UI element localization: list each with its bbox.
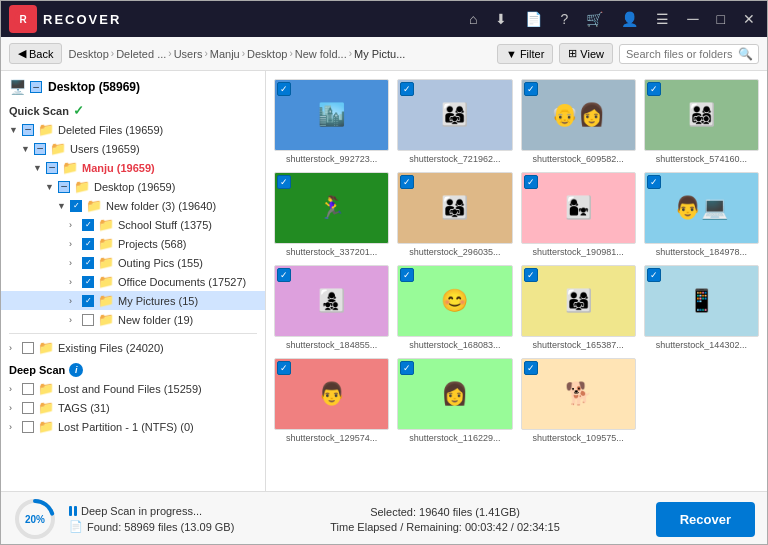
thumb-checkbox[interactable]: ✓ [524,361,538,375]
home-icon[interactable]: ⌂ [465,9,481,29]
thumbnail-item[interactable]: 👩 ✓ shutterstock_116229... [397,358,512,443]
thumbnail-item[interactable]: 👩‍👧 ✓ shutterstock_190981... [521,172,636,257]
thumbnail-item[interactable]: 😊 ✓ shutterstock_168083... [397,265,512,350]
tree-item-desktop[interactable]: ▼ ─ 📁 Desktop (19659) [1,177,265,196]
menu-icon[interactable]: ☰ [652,9,673,29]
recover-button[interactable]: Recover [656,502,755,537]
cb-school[interactable]: ✓ [82,219,94,231]
thumb-checkbox[interactable]: ✓ [647,82,661,96]
tree-item-projects[interactable]: › ✓ 📁 Projects (568) [1,234,265,253]
thumb-checkbox[interactable]: ✓ [400,361,414,375]
thumbnail-item[interactable]: 📱 ✓ shutterstock_144302... [644,265,759,350]
main-area: 🖥️ ─ Desktop (58969) Quick Scan ✓ ▼ ─ 📁 … [1,71,767,491]
thumb-checkbox[interactable]: ✓ [277,175,291,189]
cb-outing[interactable]: ✓ [82,257,94,269]
breadcrumb-item-deleted[interactable]: Deleted ... [116,48,166,60]
folder-icon: 📁 [38,400,54,415]
tree-item-new-folder[interactable]: › 📁 New folder (19) [1,310,265,329]
cb-my-pictures[interactable]: ✓ [82,295,94,307]
thumb-checkbox[interactable]: ✓ [647,268,661,282]
thumbnail-item[interactable]: 👨‍👩‍👧 ✓ shutterstock_296035... [397,172,512,257]
breadcrumb-current: My Pictu... [354,48,405,60]
tree-item-users[interactable]: ▼ ─ 📁 Users (19659) [1,139,265,158]
thumb-label: shutterstock_721962... [397,154,512,164]
close-icon[interactable]: ✕ [739,9,759,29]
view-button[interactable]: ⊞ View [559,43,613,64]
cb-lost-found[interactable] [22,383,34,395]
thumbnail-item[interactable]: 👨‍👩‍👧 ✓ shutterstock_721962... [397,79,512,164]
sidebar-root-checkbox[interactable]: ─ [30,81,42,93]
content-area: 🏙️ ✓ shutterstock_992723... 👨‍👩‍👧 ✓ shut… [266,71,767,491]
thumb-checkbox[interactable]: ✓ [277,361,291,375]
arrow-icon: ▼ [57,201,67,211]
breadcrumb-item-desktop2[interactable]: Desktop [247,48,287,60]
pause-icon[interactable] [69,506,77,516]
thumbnail-item[interactable]: 🏃‍♀️ ✓ shutterstock_337201... [274,172,389,257]
tree-item-school-stuff[interactable]: › ✓ 📁 School Stuff (1375) [1,215,265,234]
tree-item-office-docs[interactable]: › ✓ 📁 Office Documents (17527) [1,272,265,291]
cb-existing[interactable] [22,342,34,354]
cb-new-folder[interactable] [82,314,94,326]
thumbnail-item[interactable]: 👴👩 ✓ shutterstock_609582... [521,79,636,164]
cart-icon[interactable]: 🛒 [582,9,607,29]
thumb-checkbox[interactable]: ✓ [647,175,661,189]
thumbnail-item[interactable]: 👨 ✓ shutterstock_129574... [274,358,389,443]
thumb-checkbox[interactable]: ✓ [277,82,291,96]
tree-item-outing-pics[interactable]: › ✓ 📁 Outing Pics (155) [1,253,265,272]
thumb-checkbox[interactable]: ✓ [277,268,291,282]
thumbnail-item[interactable]: 👨‍👩‍👧‍👦 ✓ shutterstock_574160... [644,79,759,164]
manju-label: Manju (19659) [82,162,155,174]
thumb-checkbox[interactable]: ✓ [524,82,538,96]
cb-manju[interactable]: ─ [46,162,58,174]
tree-item-my-pictures[interactable]: › ✓ 📁 My Pictures (15) [1,291,265,310]
thumb-checkbox[interactable]: ✓ [400,175,414,189]
thumb-checkbox[interactable]: ✓ [400,268,414,282]
cb-office[interactable]: ✓ [82,276,94,288]
tree-item-deleted-files[interactable]: ▼ ─ 📁 Deleted Files (19659) [1,120,265,139]
tree-item-lost-found[interactable]: › 📁 Lost and Found Files (15259) [1,379,265,398]
thumbnail-item[interactable]: 👨‍👩‍👧 ✓ shutterstock_165387... [521,265,636,350]
file-icon[interactable]: 📄 [521,9,546,29]
breadcrumb-item-desktop[interactable]: Desktop [68,48,108,60]
quick-scan-checkmark: ✓ [73,103,84,118]
folder-icon: 📁 [38,381,54,396]
help-icon[interactable]: ? [556,9,572,29]
cb-desktop[interactable]: ─ [58,181,70,193]
tree-item-existing-files[interactable]: › 📁 Existing Files (24020) [1,338,265,357]
thumb-label: shutterstock_574160... [644,154,759,164]
tree-item-manju[interactable]: ▼ ─ 📁 Manju (19659) [1,158,265,177]
thumbnail-item[interactable]: 👩‍👧‍👦 ✓ shutterstock_184855... [274,265,389,350]
breadcrumb-item-newfold[interactable]: New fold... [295,48,347,60]
new-folder3-label: New folder (3) (19640) [106,200,216,212]
thumb-checkbox[interactable]: ✓ [524,175,538,189]
deep-scan-section: Deep Scan i [1,357,265,379]
folder-icon: 📁 [74,179,90,194]
thumb-checkbox[interactable]: ✓ [400,82,414,96]
thumb-wrapper: 👩‍👧 ✓ [521,172,636,244]
breadcrumb-item-manju[interactable]: Manju [210,48,240,60]
tree-item-new-folder3[interactable]: ▼ ✓ 📁 New folder (3) (19640) [1,196,265,215]
cb-users[interactable]: ─ [34,143,46,155]
tree-item-tags[interactable]: › 📁 TAGS (31) [1,398,265,417]
quick-scan-section: Quick Scan ✓ [1,99,265,120]
cb-deleted[interactable]: ─ [22,124,34,136]
breadcrumb-item-users[interactable]: Users [174,48,203,60]
cb-new-folder3[interactable]: ✓ [70,200,82,212]
maximize-icon[interactable]: □ [713,9,729,29]
cb-tags[interactable] [22,402,34,414]
tree-item-lost-partition[interactable]: › 📁 Lost Partition - 1 (NTFS) (0) [1,417,265,436]
back-button[interactable]: ◀ Back [9,43,62,64]
thumb-checkbox[interactable]: ✓ [524,268,538,282]
minimize-icon[interactable]: ─ [683,8,702,30]
thumbnail-item[interactable]: 🐕 ✓ shutterstock_109575... [521,358,636,443]
thumbnail-item[interactable]: 🏙️ ✓ shutterstock_992723... [274,79,389,164]
cb-lost-partition[interactable] [22,421,34,433]
download-icon[interactable]: ⬇ [491,9,511,29]
user-icon[interactable]: 👤 [617,9,642,29]
folder-icon: 📁 [62,160,78,175]
cb-projects[interactable]: ✓ [82,238,94,250]
app-title: RECOVER [43,12,465,27]
thumb-image: 👩 [397,358,512,430]
thumbnail-item[interactable]: 👨💻 ✓ shutterstock_184978... [644,172,759,257]
filter-button[interactable]: ▼ Filter [497,44,553,64]
